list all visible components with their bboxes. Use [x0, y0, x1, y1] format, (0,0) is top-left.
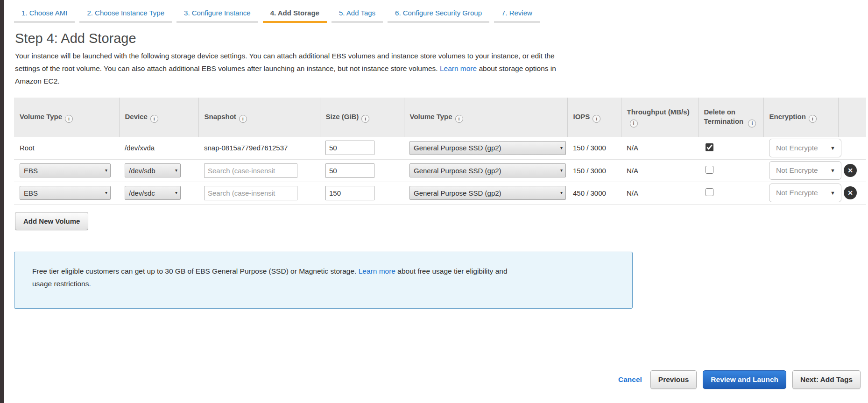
free-tier-notice: Free tier eligible customers can get up … — [14, 252, 633, 309]
tab-underline — [176, 21, 258, 23]
delete-on-termination-checkbox[interactable] — [706, 188, 713, 196]
learn-more-free-tier-link[interactable]: Learn more — [359, 267, 395, 275]
column-header-delete-on-termination: Delete on Termination i — [698, 98, 763, 137]
volume-type-select-wrap: General Purpose SSD (gp2) ▾ — [409, 163, 566, 177]
table-header-row: Volume Typei Devicei Snapshoti Size (GiB… — [14, 98, 866, 137]
page-description: Your instance will be launched with the … — [15, 49, 557, 87]
remove-volume-button[interactable]: ✕ — [844, 186, 857, 199]
column-header-iops: IOPSi — [567, 98, 621, 137]
size-input[interactable] — [325, 141, 374, 155]
review-and-launch-button[interactable]: Review and Launch — [703, 370, 786, 389]
volume-type-select-wrap: General Purpose SSD (gp2) ▾ — [409, 186, 566, 200]
volume-kind-select-wrap: EBS ▾ — [20, 186, 111, 200]
tab-review[interactable]: 7. Review — [494, 6, 540, 23]
size-input[interactable] — [325, 186, 374, 200]
collapsed-side-panel — [0, 0, 4, 403]
info-icon[interactable]: i — [748, 120, 756, 127]
delete-on-termination-checkbox[interactable] — [706, 143, 713, 151]
info-icon[interactable]: i — [361, 115, 369, 123]
volume-kind-select[interactable]: EBS — [20, 163, 111, 177]
column-header-throughput: Throughput (MB/s)i — [621, 98, 698, 137]
device-select-wrap: /dev/sdb ▾ — [125, 163, 181, 177]
volume-type-cell: Root — [14, 137, 119, 159]
tab-configure-instance[interactable]: 3. Configure Instance — [176, 6, 258, 23]
volume-kind-select[interactable]: EBS — [20, 186, 111, 200]
tab-underline — [79, 21, 172, 23]
volume-type-select[interactable]: General Purpose SSD (gp2) — [409, 186, 566, 200]
throughput-cell: N/A — [621, 159, 698, 182]
close-icon: ✕ — [847, 167, 853, 174]
column-header-volume-type2: Volume Typei — [404, 98, 567, 137]
column-header-snapshot: Snapshoti — [198, 98, 320, 137]
throughput-cell: N/A — [621, 182, 698, 204]
chevron-down-icon: ▼ — [830, 190, 835, 196]
device-select[interactable]: /dev/sdb — [125, 163, 181, 177]
device-select[interactable]: /dev/sdc — [125, 186, 181, 200]
tab-underline — [494, 21, 540, 23]
tab-underline — [332, 21, 383, 23]
page-title: Step 4: Add Storage — [15, 31, 868, 46]
column-header-volume-type: Volume Typei — [14, 98, 119, 137]
remove-volume-button[interactable]: ✕ — [844, 164, 857, 177]
volume-row-sdb: EBS ▾ /dev/sdb ▾ General Purpose SSD (gp… — [14, 159, 866, 182]
info-icon[interactable]: i — [809, 115, 817, 123]
encryption-dropdown[interactable]: Not Encrypte ▼ — [769, 139, 841, 157]
iops-cell: 150 / 3000 — [567, 159, 621, 182]
snapshot-cell: snap-0815a779ed7612537 — [198, 137, 320, 159]
info-icon[interactable]: i — [593, 115, 600, 123]
iops-cell: 450 / 3000 — [567, 182, 621, 204]
close-icon: ✕ — [847, 189, 853, 197]
add-storage-page: 1. Choose AMI 2. Choose Instance Type 3.… — [14, 0, 868, 309]
volume-type-select[interactable]: General Purpose SSD (gp2) — [409, 141, 566, 155]
column-header-size: Size (GiB)i — [320, 98, 404, 137]
encryption-dropdown[interactable]: Not Encrypte ▼ — [769, 161, 841, 180]
tab-configure-security-group[interactable]: 6. Configure Security Group — [388, 6, 489, 23]
info-icon[interactable]: i — [150, 115, 158, 123]
volume-type-select[interactable]: General Purpose SSD (gp2) — [409, 163, 566, 177]
volume-row-sdc: EBS ▾ /dev/sdc ▾ General Purpose SSD (gp… — [14, 182, 866, 204]
column-header-encryption: Encryptioni — [763, 98, 838, 137]
info-icon[interactable]: i — [630, 120, 638, 127]
tab-underline — [388, 21, 489, 23]
throughput-cell: N/A — [621, 137, 698, 159]
tab-choose-instance-type[interactable]: 2. Choose Instance Type — [79, 6, 172, 23]
iops-cell: 150 / 3000 — [567, 137, 621, 159]
tab-add-storage[interactable]: 4. Add Storage — [263, 6, 327, 23]
snapshot-search-input[interactable] — [204, 186, 297, 200]
delete-on-termination-checkbox[interactable] — [706, 166, 713, 174]
info-icon[interactable]: i — [239, 115, 247, 123]
next-add-tags-button[interactable]: Next: Add Tags — [792, 370, 861, 389]
column-header-device: Devicei — [119, 98, 198, 137]
learn-more-storage-link[interactable]: Learn more — [440, 64, 477, 72]
device-select-wrap: /dev/sdc ▾ — [125, 186, 181, 200]
info-icon[interactable]: i — [65, 115, 73, 123]
snapshot-search-input[interactable] — [204, 163, 297, 178]
previous-button[interactable]: Previous — [650, 370, 697, 389]
cancel-link[interactable]: Cancel — [618, 375, 642, 384]
tab-underline — [14, 21, 75, 23]
encryption-dropdown[interactable]: Not Encrypte ▼ — [769, 184, 841, 202]
volume-row-root: Root /dev/xvda snap-0815a779ed7612537 Ge… — [14, 137, 866, 159]
wizard-step-tabs: 1. Choose AMI 2. Choose Instance Type 3.… — [14, 0, 868, 23]
size-input[interactable] — [325, 163, 374, 178]
storage-volumes-table: Volume Typei Devicei Snapshoti Size (GiB… — [14, 98, 866, 205]
volume-type-select-wrap: General Purpose SSD (gp2) ▾ — [409, 141, 566, 155]
chevron-down-icon: ▼ — [830, 145, 835, 151]
info-icon[interactable]: i — [455, 115, 463, 123]
column-header-actions — [838, 98, 866, 137]
add-new-volume-button[interactable]: Add New Volume — [15, 212, 88, 230]
tab-choose-ami[interactable]: 1. Choose AMI — [14, 6, 75, 23]
volume-kind-select-wrap: EBS ▾ — [20, 163, 111, 177]
chevron-down-icon: ▼ — [830, 168, 835, 173]
tab-underline-active — [263, 21, 327, 23]
tab-add-tags[interactable]: 5. Add Tags — [332, 6, 383, 23]
device-cell: /dev/xvda — [119, 137, 198, 159]
wizard-footer: Cancel Previous Review and Launch Next: … — [618, 370, 861, 389]
